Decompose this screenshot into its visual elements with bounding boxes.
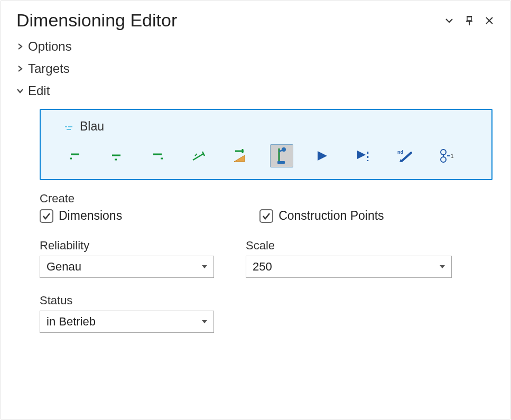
tool-palette: Blau xyxy=(40,109,493,180)
section-edit-label: Edit xyxy=(28,83,50,98)
chevron-down-icon xyxy=(16,87,24,95)
reliability-value: Genau xyxy=(47,260,81,274)
chevron-right-icon xyxy=(16,43,24,50)
dim-slope-icon xyxy=(232,148,249,164)
dimensioning-editor-panel: Dimensioning Editor xyxy=(0,0,511,420)
form-row-1: Reliability Genau Scale 250 xyxy=(40,239,496,278)
chevron-right-icon xyxy=(16,65,24,72)
style-swatch-icon xyxy=(64,124,72,129)
create-checkboxes: Dimensions Construction Points xyxy=(40,209,496,223)
section-edit: Edit Blau xyxy=(16,81,496,333)
marker-point-icon xyxy=(315,149,330,163)
tool-marker-point-dashed[interactable] xyxy=(352,144,376,167)
checkbox-construction-points-item: Construction Points xyxy=(259,209,384,223)
dropdown-arrow-icon xyxy=(202,265,207,269)
edit-body: Blau xyxy=(16,100,496,333)
tool-dim-baseline-1[interactable] xyxy=(64,144,87,167)
checkmark-icon xyxy=(262,211,271,221)
svg-marker-25 xyxy=(318,151,327,161)
section-targets-header[interactable]: Targets xyxy=(16,59,496,78)
scale-select[interactable]: 250 xyxy=(246,256,452,278)
dropdown-button[interactable] xyxy=(443,14,456,27)
dropdown-arrow-icon xyxy=(202,320,207,324)
section-targets: Targets xyxy=(16,59,496,78)
status-label: Status xyxy=(40,294,214,307)
tool-edit-label[interactable]: nd xyxy=(394,144,417,167)
svg-point-33 xyxy=(441,150,446,155)
section-targets-label: Targets xyxy=(28,61,70,76)
close-button[interactable] xyxy=(483,14,496,27)
svg-marker-38 xyxy=(202,265,207,268)
checkbox-construction-points-label: Construction Points xyxy=(278,209,384,223)
scale-field-group: Scale 250 xyxy=(246,239,452,278)
tool-dim-baseline-3[interactable] xyxy=(146,144,170,167)
svg-text:nd: nd xyxy=(397,150,403,155)
checkbox-dimensions-item: Dimensions xyxy=(40,209,122,223)
svg-marker-39 xyxy=(440,265,445,268)
dim-vertical-icon xyxy=(273,146,290,165)
reliability-field-group: Reliability Genau xyxy=(40,239,214,278)
svg-rect-23 xyxy=(277,161,285,164)
panel-header: Dimensioning Editor xyxy=(16,10,496,31)
section-options-header[interactable]: Options xyxy=(16,37,496,56)
svg-text:1: 1 xyxy=(451,153,454,159)
svg-rect-2 xyxy=(466,21,472,22)
status-field-group: Status in Betrieb xyxy=(40,294,214,333)
edit-label-icon: nd xyxy=(396,148,414,163)
section-options: Options xyxy=(16,37,496,56)
pin-button[interactable] xyxy=(463,14,476,27)
edit-node-icon: 1 xyxy=(438,148,456,164)
section-edit-header[interactable]: Edit xyxy=(16,81,496,100)
tool-dim-slope[interactable] xyxy=(229,144,252,167)
section-options-label: Options xyxy=(28,39,72,54)
reliability-select[interactable]: Genau xyxy=(40,256,214,278)
svg-marker-26 xyxy=(357,151,366,159)
checkbox-construction-points[interactable] xyxy=(259,209,273,223)
tool-marker-point[interactable] xyxy=(311,144,335,167)
dim-baseline-3-icon xyxy=(150,150,166,162)
reliability-label: Reliability xyxy=(40,239,214,253)
dim-angle-icon xyxy=(191,148,208,163)
dropdown-arrow-icon xyxy=(440,265,445,269)
panel-title: Dimensioning Editor xyxy=(16,10,177,31)
form-row-2: Status in Betrieb xyxy=(40,294,496,333)
checkmark-icon xyxy=(42,211,51,221)
chevron-down-icon xyxy=(444,16,454,25)
svg-rect-1 xyxy=(467,17,471,21)
style-name-label: Blau xyxy=(80,119,104,134)
checkbox-dimensions[interactable] xyxy=(40,209,53,223)
svg-marker-20 xyxy=(234,155,245,162)
create-label: Create xyxy=(40,192,496,206)
svg-line-15 xyxy=(193,154,203,160)
scale-label: Scale xyxy=(246,239,452,253)
tool-dim-baseline-2[interactable] xyxy=(105,144,128,167)
checkbox-dimensions-label: Dimensions xyxy=(59,209,122,223)
marker-point-dashed-icon xyxy=(355,148,373,163)
tool-dim-vertical[interactable] xyxy=(270,144,293,167)
scale-value: 250 xyxy=(253,260,272,274)
tool-edit-node[interactable]: 1 xyxy=(435,144,458,167)
svg-marker-40 xyxy=(202,320,207,323)
status-select[interactable]: in Betrieb xyxy=(40,311,214,333)
status-value: in Betrieb xyxy=(47,315,96,329)
dim-baseline-2-icon xyxy=(109,150,125,162)
svg-point-34 xyxy=(441,157,446,162)
dim-baseline-1-icon xyxy=(68,150,83,162)
style-indicator[interactable]: Blau xyxy=(64,119,477,134)
svg-line-17 xyxy=(195,154,197,156)
panel-header-controls xyxy=(443,14,496,27)
pin-icon xyxy=(464,15,474,26)
close-icon xyxy=(485,16,494,25)
tool-row: nd 1 xyxy=(64,144,477,167)
tool-dim-angle[interactable] xyxy=(188,144,211,167)
